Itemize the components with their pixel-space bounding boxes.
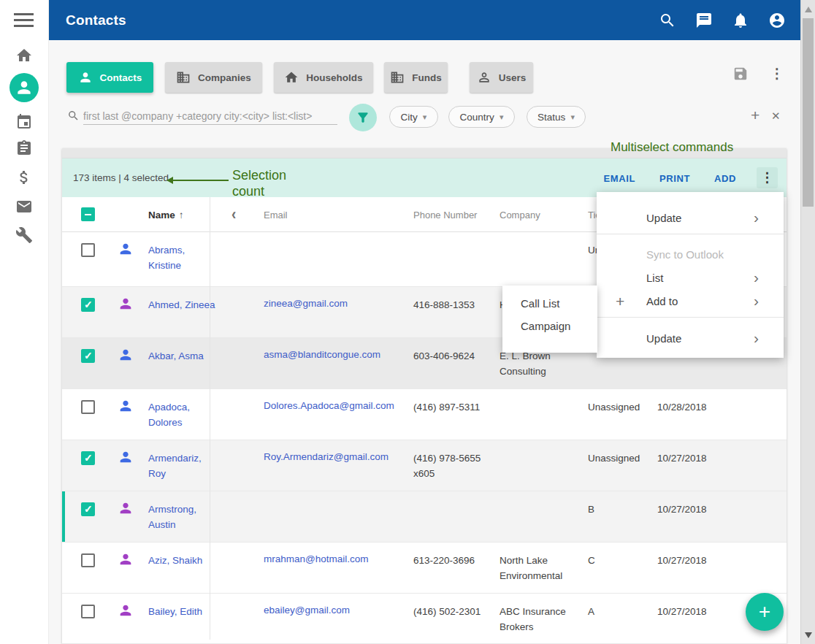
collapse-column-icon[interactable]: ‹ [232, 197, 236, 232]
cell-email[interactable]: ebailey@gmail.com [264, 602, 410, 618]
scroll-down-icon[interactable] [805, 632, 812, 638]
contact-name-link[interactable]: Ahmed, Zineea [148, 297, 218, 313]
chat-icon[interactable] [695, 12, 713, 29]
row-checkbox[interactable] [81, 502, 95, 516]
contact-name-link[interactable]: Armendariz, Roy [148, 451, 218, 481]
column-header-phone[interactable]: Phone Number [413, 197, 477, 232]
filter-chip-status[interactable]: Status▾ [527, 106, 586, 128]
filter-chip-country[interactable]: Country▾ [448, 106, 515, 128]
menu-item-sync-to-outlook: Sync to Outlook [597, 245, 784, 267]
table-row[interactable]: Bailey, Edith ebailey@gmail.com (416) 50… [62, 593, 787, 644]
submenu-item-call-list[interactable]: Call List [521, 297, 559, 310]
print-button[interactable]: PRINT [659, 173, 690, 184]
contact-avatar-icon [118, 500, 134, 516]
column-header-company[interactable]: Company [500, 197, 540, 232]
tab-households[interactable]: Households [274, 62, 373, 93]
contact-name-link[interactable]: Bailey, Edith [148, 604, 218, 619]
tab-companies[interactable]: Companies [165, 62, 262, 93]
sidebar-item-home[interactable] [15, 47, 33, 64]
cell-date: 10/27/2018 [657, 451, 730, 466]
vertical-scrollbar[interactable] [800, 0, 815, 644]
email-button[interactable]: EMAIL [604, 173, 635, 184]
clear-filters-icon[interactable]: ✕ [771, 110, 781, 123]
menu-item-update[interactable]: Update› [597, 208, 784, 230]
sidebar-item-billing[interactable] [15, 169, 33, 186]
filter-chip-city[interactable]: City▾ [389, 106, 438, 128]
sidebar-item-tools[interactable] [15, 226, 33, 244]
multiselect-menu: Update›Sync to OutlookList›+Add to›Updat… [597, 192, 784, 358]
cell-tier: Unassigned [588, 451, 655, 466]
menu-item-update[interactable]: Update› [597, 329, 784, 350]
submenu-item-campaign[interactable]: Campaign [521, 320, 570, 332]
sort-ascending-icon: ↑ [179, 210, 184, 221]
cell-phone: (416) 502-2301 [413, 604, 495, 619]
scroll-up-icon[interactable] [805, 7, 812, 12]
row-checkbox[interactable] [81, 605, 95, 618]
annotation-multiselect-commands: Multiselect commands [611, 140, 733, 155]
contact-name-link[interactable]: Apadoca, Dolores [148, 399, 218, 430]
search-input[interactable] [83, 107, 337, 125]
notifications-icon[interactable] [732, 12, 749, 29]
sidebar [0, 0, 49, 644]
menu-item-add-to[interactable]: +Add to› [597, 291, 784, 313]
save-view-icon[interactable] [732, 66, 749, 82]
row-checkbox[interactable] [81, 243, 95, 257]
select-all-checkbox[interactable] [81, 207, 95, 221]
add-filter-icon[interactable]: + [751, 107, 759, 123]
tab-users[interactable]: Users [470, 62, 533, 93]
cell-date: 10/27/2018 [657, 553, 730, 568]
cell-email[interactable]: zineea@gmail.com [264, 296, 410, 311]
table-row[interactable]: Aziz, Shaikh mrahman@hotmail.com 613-220… [62, 542, 787, 593]
sidebar-item-tasks[interactable] [15, 139, 33, 157]
cell-date: 10/27/2018 [657, 502, 730, 517]
add-contact-fab[interactable]: + [746, 593, 784, 631]
table-row[interactable]: Apadoca, Dolores Dolores.Apadoca@gmail.c… [62, 388, 787, 440]
app-root: Contacts ContactsCompaniesHouseholdsFund… [0, 0, 815, 644]
selection-summary: 173 items | 4 selected [73, 158, 169, 197]
row-checkbox[interactable] [81, 451, 95, 465]
tab-contacts[interactable]: Contacts [66, 62, 153, 93]
table-row[interactable]: Armendariz, Roy Roy.Armendariz@gmail.com… [62, 440, 787, 491]
sidebar-item-calendar[interactable] [15, 113, 33, 131]
annotation-selection-count: Selection count [232, 167, 286, 199]
chevron-down-icon: ▾ [500, 112, 504, 122]
column-header-name[interactable]: Name ↑ [148, 197, 184, 232]
row-checkbox[interactable] [81, 349, 95, 363]
cell-email[interactable]: mrahman@hotmail.com [264, 551, 410, 567]
cell-tier: Unassigned [588, 399, 655, 415]
cell-date: 10/27/2018 [657, 604, 730, 619]
tab-funds[interactable]: Funds [384, 62, 448, 93]
search-icon[interactable] [659, 12, 676, 29]
sidebar-item-contacts[interactable] [9, 73, 39, 102]
contact-name-link[interactable]: Akbar, Asma [148, 348, 218, 364]
cell-email[interactable]: Roy.Armendariz@gmail.com [264, 449, 410, 464]
sidebar-item-mail[interactable] [15, 198, 33, 215]
column-header-email[interactable]: Email [264, 197, 288, 232]
contact-name-link[interactable]: Armstrong, Austin [148, 502, 218, 532]
menu-divider [597, 317, 784, 318]
cell-tier: B [588, 502, 655, 517]
scrollbar-thumb[interactable] [803, 18, 814, 207]
table-row[interactable]: Armstrong, Austin B 10/27/2018 [62, 491, 787, 542]
row-checkbox[interactable] [81, 400, 95, 414]
contact-avatar-icon [118, 398, 134, 414]
plus-icon: + [616, 293, 624, 310]
cell-company: ABC Insurance Brokers [500, 604, 584, 635]
menu-icon[interactable] [14, 13, 34, 27]
contact-name-link[interactable]: Abrams, Kristine [148, 242, 218, 273]
account-icon[interactable] [768, 12, 786, 29]
row-checkbox[interactable] [81, 553, 95, 567]
cell-phone: 416-888-1353 [413, 297, 495, 313]
cell-email[interactable]: Dolores.Apadoca@gmail.com [264, 398, 410, 413]
page-title: Contacts [66, 12, 126, 28]
row-checkbox[interactable] [81, 298, 95, 312]
contact-avatar-icon [118, 296, 134, 312]
contact-name-link[interactable]: Aziz, Shaikh [148, 553, 218, 568]
multiselect-kebab-icon[interactable]: ⋮ [757, 167, 778, 188]
view-options-kebab-icon[interactable]: ⋮ [770, 64, 784, 83]
chevron-right-icon: › [754, 292, 759, 310]
add-button[interactable]: ADD [714, 173, 736, 184]
cell-email[interactable]: asma@blanditcongue.com [264, 347, 410, 362]
menu-item-list[interactable]: List› [597, 268, 784, 290]
filter-button[interactable] [349, 104, 377, 131]
